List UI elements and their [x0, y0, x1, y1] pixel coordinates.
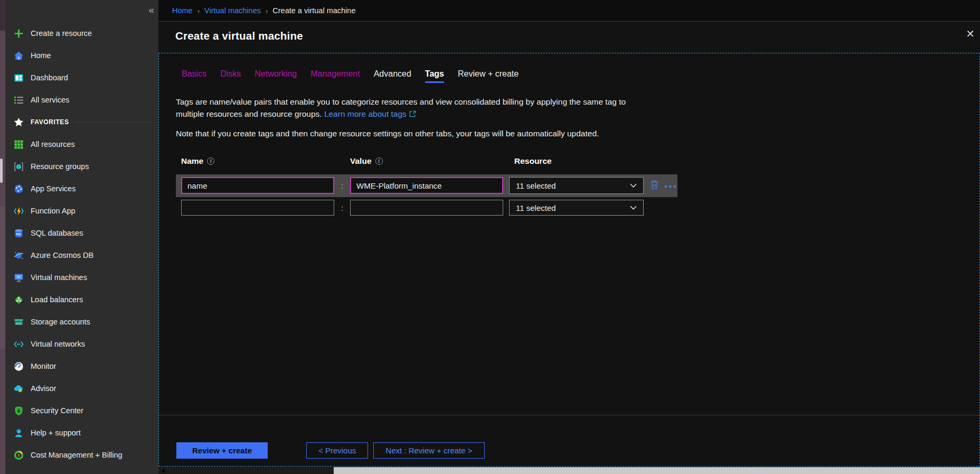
tag-name-input[interactable] — [181, 200, 334, 216]
sidebar-item-create-a-resource[interactable]: Create a resource — [5, 22, 158, 44]
sidebar-menu: Create a resourceHomeDashboardAll servic… — [5, 22, 158, 466]
sidebar-item-advisor[interactable]: Advisor — [5, 377, 158, 399]
star-icon — [13, 117, 24, 128]
background-window-scroll-thumb — [0, 159, 3, 183]
review-create-button[interactable]: Review + create — [176, 442, 268, 459]
support-icon — [13, 427, 24, 439]
sidebar-item-label: All services — [31, 96, 69, 104]
more-options-button[interactable] — [664, 182, 676, 190]
resource-dropdown[interactable]: 11 selected — [509, 200, 644, 216]
column-header-label: Value — [350, 156, 372, 166]
sidebar-item-all-resources[interactable]: All resources — [5, 133, 158, 155]
breadcrumb-trail: Home›Virtual machines›Create a virtual m… — [172, 6, 355, 15]
breadcrumb-virtual-machines[interactable]: Virtual machines — [204, 6, 261, 15]
previous-button[interactable]: < Previous — [306, 442, 368, 459]
sidebar-item-help-support[interactable]: Help + support — [5, 422, 158, 444]
tag-name-input[interactable] — [181, 177, 334, 194]
tag-value-input[interactable] — [350, 177, 503, 194]
tab-review-create[interactable]: Review + create — [458, 69, 519, 83]
cube-icon — [13, 161, 24, 172]
sidebar-item-function-app[interactable]: Function App — [5, 200, 158, 222]
tags-panel: BasicsDisksNetworkingManagementAdvancedT… — [158, 53, 980, 467]
tag-row: :11 selected — [176, 174, 677, 197]
advisor-icon — [13, 383, 24, 394]
sidebar-item-dashboard[interactable]: Dashboard — [5, 67, 158, 89]
resource-dropdown[interactable]: 11 selected — [509, 177, 644, 194]
learn-more-link[interactable]: Learn more about tags — [324, 109, 416, 118]
tab-disks[interactable]: Disks — [220, 69, 241, 83]
close-icon[interactable]: ✕ — [966, 27, 975, 40]
planet-icon — [13, 250, 24, 261]
create-vm-blade: Create a virtual machine ✕ BasicsDisksNe… — [158, 22, 980, 474]
sql-icon: SQL — [13, 228, 24, 239]
storage-icon — [13, 317, 24, 328]
svg-text:$: $ — [18, 453, 20, 457]
tab-advanced[interactable]: Advanced — [374, 69, 411, 83]
external-link-icon — [409, 108, 416, 120]
billing-icon: $ — [13, 450, 24, 461]
column-header-label: Resource — [514, 156, 552, 166]
monitor-icon — [13, 272, 24, 283]
info-icon[interactable]: i — [375, 157, 383, 165]
sidebar-item-azure-cosmos-db[interactable]: Azure Cosmos DB — [5, 244, 158, 266]
ellipsis-icon — [664, 182, 676, 190]
sidebar-item-all-services[interactable]: All services — [5, 89, 158, 111]
name-value-separator: : — [334, 181, 350, 190]
sidebar-item-virtual-machines[interactable]: Virtual machines — [5, 266, 158, 289]
favorites-divider — [76, 122, 151, 123]
azure-portal: « Create a resourceHomeDashboardAll serv… — [0, 0, 980, 474]
breadcrumb-home[interactable]: Home — [172, 6, 193, 15]
resource-dropdown-value: 11 selected — [516, 203, 556, 212]
sidebar: « Create a resourceHomeDashboardAll serv… — [5, 0, 158, 474]
sidebar-item-virtual-networks[interactable]: Virtual networks — [5, 333, 158, 355]
horizontal-scrollbar[interactable] — [158, 467, 980, 474]
breadcrumb: Home›Virtual machines›Create a virtual m… — [158, 0, 980, 22]
background-window-strip-mid — [0, 206, 5, 349]
lightning-icon — [13, 206, 24, 217]
network-icon — [13, 339, 24, 350]
trash-icon — [650, 180, 659, 191]
info-icon[interactable]: i — [207, 157, 214, 165]
sidebar-item-favorites: FAVORITES — [5, 111, 158, 133]
sidebar-item-label: Resource groups — [31, 162, 89, 171]
tab-tags[interactable]: Tags — [425, 69, 444, 83]
shield-icon — [13, 405, 24, 416]
sidebar-collapse-button[interactable]: « — [148, 4, 154, 16]
sidebar-item-cost-management-billing[interactable]: $Cost Management + Billing — [5, 444, 158, 466]
footer-divider — [159, 415, 979, 415]
next-button[interactable]: Next : Review + create > — [373, 442, 484, 459]
sidebar-item-home[interactable]: Home — [5, 44, 158, 67]
tab-management[interactable]: Management — [310, 69, 360, 83]
delete-tag-button[interactable] — [650, 180, 659, 191]
dashboard-icon — [13, 72, 24, 83]
sidebar-item-label: Azure Cosmos DB — [31, 251, 93, 259]
sidebar-item-label: Virtual networks — [31, 340, 85, 348]
sidebar-item-label: Security Center — [31, 406, 83, 415]
sidebar-item-resource-groups[interactable]: Resource groups — [5, 155, 158, 178]
sidebar-item-monitor[interactable]: Monitor — [5, 355, 158, 377]
chevron-down-icon — [630, 183, 637, 188]
tag-value-input[interactable] — [350, 200, 503, 216]
sidebar-item-load-balancers[interactable]: Load balancers — [5, 289, 158, 311]
sidebar-item-label: Monitor — [31, 362, 56, 370]
plus-icon — [13, 28, 24, 39]
sidebar-item-label: Storage accounts — [31, 318, 90, 326]
chevron-down-icon — [630, 206, 637, 210]
main-area: Home›Virtual machines›Create a virtual m… — [158, 0, 980, 474]
sidebar-item-label: Dashboard — [31, 73, 68, 82]
sidebar-item-storage-accounts[interactable]: Storage accounts — [5, 311, 158, 333]
footer-buttons: Review + create < Previous Next : Review… — [176, 442, 485, 459]
name-value-separator: : — [334, 203, 350, 212]
tab-basics[interactable]: Basics — [182, 69, 206, 83]
list-icon — [13, 95, 24, 106]
scrollbar-thumb[interactable] — [158, 467, 334, 474]
sidebar-item-label: App Services — [31, 184, 76, 193]
sidebar-item-label: Load balancers — [31, 295, 83, 304]
scroll-left-arrow-icon[interactable] — [162, 469, 165, 473]
sidebar-item-app-services[interactable]: App Services — [5, 178, 158, 200]
tab-networking[interactable]: Networking — [255, 69, 297, 83]
sidebar-item-sql-databases[interactable]: SQLSQL databases — [5, 222, 158, 244]
tags-table-rows: :11 selected:11 selected — [176, 174, 979, 216]
sidebar-item-security-center[interactable]: Security Center — [5, 399, 158, 422]
sidebar-item-label: SQL databases — [31, 229, 83, 237]
